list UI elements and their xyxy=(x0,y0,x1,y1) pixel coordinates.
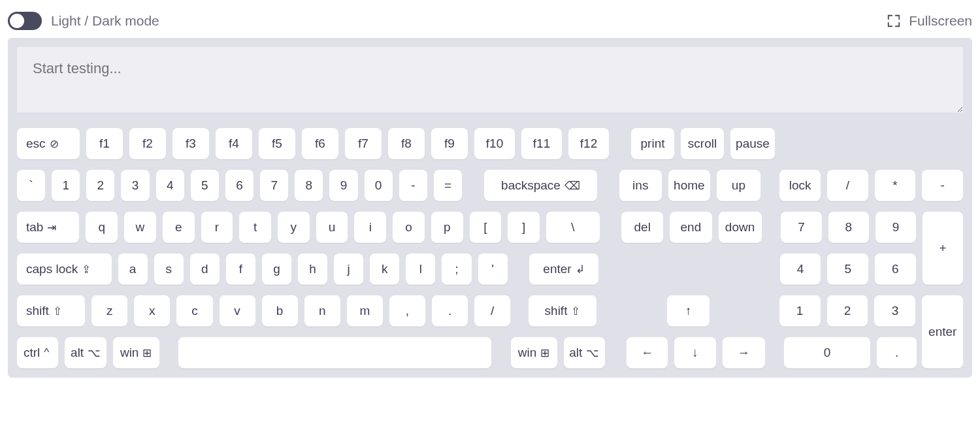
key-o[interactable]: o xyxy=(393,212,425,243)
key-lbracket[interactable]: [ xyxy=(470,212,502,243)
key-r[interactable]: r xyxy=(201,212,233,243)
key-f12[interactable]: f12 xyxy=(568,128,609,159)
key-tab[interactable]: tab⇥ xyxy=(17,212,79,243)
key-pause[interactable]: pause xyxy=(730,128,775,159)
key-arrowleft[interactable]: ← xyxy=(627,337,668,368)
key-np1[interactable]: 1 xyxy=(779,295,821,327)
key-nummul[interactable]: * xyxy=(875,170,916,201)
key-dash[interactable]: - xyxy=(399,170,427,201)
key-np7[interactable]: 7 xyxy=(781,212,821,243)
key-k[interactable]: k xyxy=(370,253,399,285)
key-np5[interactable]: 5 xyxy=(827,253,868,285)
key-f7[interactable]: f7 xyxy=(345,128,382,159)
key-i[interactable]: i xyxy=(354,212,386,243)
key-n[interactable]: n xyxy=(304,295,340,327)
fullscreen-button[interactable]: Fullscreen xyxy=(887,13,972,29)
key-arrowup[interactable]: ↑ xyxy=(667,295,710,327)
key-rbracket[interactable]: ] xyxy=(508,212,540,243)
key-end[interactable]: end xyxy=(670,212,711,243)
key-j[interactable]: j xyxy=(334,253,363,285)
key-pagedown[interactable]: down xyxy=(719,212,762,243)
key-f11[interactable]: f11 xyxy=(521,128,562,159)
key-enter[interactable]: enter↲ xyxy=(529,253,598,285)
key-f8[interactable]: f8 xyxy=(388,128,425,159)
key-pageup[interactable]: up xyxy=(717,170,760,201)
key-backtick[interactable]: ` xyxy=(17,170,45,201)
key-u[interactable]: u xyxy=(316,212,348,243)
key-e[interactable]: e xyxy=(163,212,195,243)
key-esc[interactable]: esc⊘ xyxy=(17,128,80,159)
key-backspace[interactable]: backspace⌫ xyxy=(484,170,598,201)
key-fslash[interactable]: / xyxy=(474,295,510,327)
key-1[interactable]: 1 xyxy=(52,170,80,201)
key-delete[interactable]: del xyxy=(621,212,663,243)
key-np9[interactable]: 9 xyxy=(875,212,916,243)
key-a[interactable]: a xyxy=(118,253,148,285)
key-c[interactable]: c xyxy=(176,295,212,327)
key-v[interactable]: v xyxy=(220,295,255,327)
dark-mode-toggle[interactable] xyxy=(8,12,42,30)
key-f[interactable]: f xyxy=(226,253,255,285)
key-np6[interactable]: 6 xyxy=(875,253,916,285)
key-np2[interactable]: 2 xyxy=(827,295,868,327)
key-b[interactable]: b xyxy=(262,295,298,327)
key-npdot[interactable]: . xyxy=(877,337,917,368)
key-l[interactable]: l xyxy=(406,253,435,285)
key-8[interactable]: 8 xyxy=(295,170,323,201)
key-lwin[interactable]: win⊞ xyxy=(113,337,159,368)
key-4[interactable]: 4 xyxy=(156,170,184,201)
key-print[interactable]: print xyxy=(631,128,674,159)
key-np3[interactable]: 3 xyxy=(874,295,915,327)
key-home[interactable]: home xyxy=(668,170,711,201)
key-numlock[interactable]: lock xyxy=(779,170,821,201)
key-7[interactable]: 7 xyxy=(260,170,288,201)
key-comma[interactable]: , xyxy=(389,295,425,327)
key-0[interactable]: 0 xyxy=(365,170,393,201)
key-arrowright[interactable]: → xyxy=(723,337,765,368)
key-f1[interactable]: f1 xyxy=(86,128,123,159)
key-h[interactable]: h xyxy=(298,253,327,285)
key-f6[interactable]: f6 xyxy=(302,128,338,159)
key-5[interactable]: 5 xyxy=(191,170,219,201)
key-f10[interactable]: f10 xyxy=(474,128,515,159)
key-t[interactable]: t xyxy=(239,212,271,243)
key-period[interactable]: . xyxy=(432,295,468,327)
key-g[interactable]: g xyxy=(262,253,291,285)
key-3[interactable]: 3 xyxy=(121,170,149,201)
key-2[interactable]: 2 xyxy=(86,170,114,201)
key-f9[interactable]: f9 xyxy=(431,128,468,159)
key-lctrl[interactable]: ctrl^ xyxy=(17,337,58,368)
key-np0[interactable]: 0 xyxy=(784,337,870,368)
key-f4[interactable]: f4 xyxy=(216,128,252,159)
key-capslock[interactable]: caps lock⇪ xyxy=(17,253,112,285)
key-backslash[interactable]: \ xyxy=(546,212,600,243)
key-lalt[interactable]: alt⌥ xyxy=(65,337,106,368)
key-d[interactable]: d xyxy=(190,253,220,285)
key-np8[interactable]: 8 xyxy=(828,212,869,243)
key-numsub[interactable]: - xyxy=(922,170,963,201)
key-apostrophe[interactable]: ' xyxy=(478,253,508,285)
test-input[interactable] xyxy=(17,47,963,112)
key-m[interactable]: m xyxy=(347,295,383,327)
key-rshift[interactable]: shift⇧ xyxy=(529,295,596,327)
key-z[interactable]: z xyxy=(91,295,127,327)
key-y[interactable]: y xyxy=(278,212,310,243)
key-s[interactable]: s xyxy=(154,253,184,285)
key-np4[interactable]: 4 xyxy=(780,253,821,285)
key-6[interactable]: 6 xyxy=(225,170,253,201)
key-w[interactable]: w xyxy=(124,212,156,243)
key-f2[interactable]: f2 xyxy=(129,128,166,159)
key-f3[interactable]: f3 xyxy=(172,128,209,159)
key-p[interactable]: p xyxy=(431,212,463,243)
key-lshift[interactable]: shift⇧ xyxy=(17,295,85,327)
key-semicolon[interactable]: ; xyxy=(442,253,471,285)
key-f5[interactable]: f5 xyxy=(259,128,295,159)
key-equal[interactable]: = xyxy=(434,170,462,201)
key-ralt[interactable]: alt⌥ xyxy=(564,337,605,368)
key-rwin[interactable]: win⊞ xyxy=(511,337,557,368)
key-scroll[interactable]: scroll xyxy=(681,128,724,159)
key-q[interactable]: q xyxy=(86,212,118,243)
key-x[interactable]: x xyxy=(134,295,170,327)
key-space[interactable] xyxy=(178,337,491,368)
key-9[interactable]: 9 xyxy=(329,170,357,201)
